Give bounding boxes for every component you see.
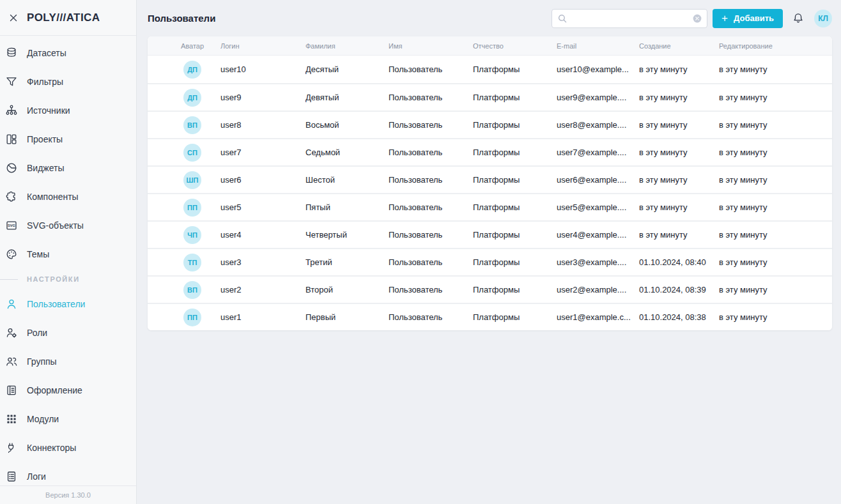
widgets-icon [5, 162, 18, 174]
sidebar-item-label: Виджеты [27, 163, 65, 173]
user-avatar[interactable]: КЛ [814, 10, 832, 27]
column-header-edited: Редактирование [719, 42, 832, 50]
sidebar-item-label: Группы [27, 356, 57, 367]
cell-surname: Девятый [305, 93, 389, 102]
search-box[interactable] [552, 9, 707, 28]
table-row[interactable]: ПП user5 Пятый Пользователь Платформы us… [148, 193, 832, 220]
sidebar-item-filters[interactable]: Фильтры [0, 67, 136, 96]
cell-surname: Первый [305, 312, 389, 322]
cell-email: user4@example.... [557, 230, 639, 240]
table-row[interactable]: ПП user1 Первый Пользователь Платформы u… [148, 303, 832, 330]
table-row[interactable]: ВП user2 Второй Пользователь Платформы u… [148, 275, 832, 303]
row-avatar: ВП [183, 281, 201, 299]
cell-patronymic: Платформы [473, 257, 557, 267]
roles-icon [5, 326, 18, 339]
sidebar-item-label: Датасеты [27, 48, 66, 58]
row-avatar: ТП [183, 254, 201, 271]
sidebar-item-users[interactable]: Пользователи [0, 289, 136, 318]
row-avatar: ПП [183, 309, 201, 326]
sources-icon [5, 104, 18, 117]
cell-name: Пользователь [389, 257, 473, 267]
column-header-email: E-mail [557, 42, 639, 50]
sidebar-item-label: SVG-объекты [27, 220, 84, 231]
table-body: ДП user10 Десятый Пользователь Платформы… [148, 56, 832, 330]
sidebar-item-label: Оформление [27, 385, 82, 395]
sidebar-item-label: Пользователи [27, 299, 85, 309]
sidebar-item-connectors[interactable]: Коннекторы [0, 433, 136, 462]
sidebar-item-roles[interactable]: Роли [0, 318, 136, 347]
cell-patronymic: Платформы [473, 65, 557, 74]
sidebar-item-label: Темы [27, 249, 49, 259]
cell-email: user6@example.... [557, 175, 639, 185]
users-table: Аватар Логин Фамилия Имя Отчество E-mail… [148, 36, 832, 330]
appearance-icon [5, 384, 18, 397]
sidebar-item-label: Источники [27, 105, 70, 116]
cell-email: user1@example.c... [557, 312, 639, 322]
cell-surname: Восьмой [305, 120, 389, 130]
notifications-bell-icon[interactable] [792, 12, 804, 24]
sidebar-item-label: Роли [27, 328, 47, 338]
sidebar-item-groups[interactable]: Группы [0, 347, 136, 376]
app-logo: POLY///ATICA [27, 11, 100, 24]
row-avatar: ЧП [183, 226, 201, 244]
add-user-button[interactable]: + Добавить [713, 9, 783, 28]
cell-patronymic: Платформы [473, 148, 557, 157]
sidebar-item-label: Проекты [27, 134, 63, 144]
table-row[interactable]: ЧП user4 Четвертый Пользователь Платформ… [148, 220, 832, 248]
svg-objects-icon: SVG [5, 219, 18, 232]
plus-icon: + [721, 13, 728, 24]
cell-email: user3@example.... [557, 257, 639, 267]
sidebar-item-widgets[interactable]: Виджеты [0, 153, 136, 182]
cell-surname: Шестой [305, 175, 389, 185]
cell-edited: в эту минуту [719, 148, 832, 157]
sidebar-item-themes[interactable]: Темы [0, 240, 136, 268]
sidebar-nav: Датасеты Фильтры Источники Проекты Видже… [0, 36, 136, 491]
sidebar-item-label: Фильтры [27, 77, 63, 87]
table-row[interactable]: СП user7 Седьмой Пользователь Платформы … [148, 138, 832, 165]
cell-email: user7@example.... [557, 148, 639, 157]
column-header-avatar: Аватар [148, 42, 220, 50]
row-avatar: ДП [183, 61, 201, 79]
cell-edited: в эту минуту [719, 175, 832, 185]
cell-patronymic: Платформы [473, 120, 557, 130]
table-row[interactable]: ДП user9 Девятый Пользователь Платформы … [148, 83, 832, 111]
table-row[interactable]: ШП user6 Шестой Пользователь Платформы u… [148, 165, 832, 193]
sidebar-item-modules[interactable]: Модули [0, 404, 136, 433]
column-header-login: Логин [220, 42, 305, 50]
components-icon [5, 190, 18, 203]
cell-created: в эту минуту [639, 65, 719, 74]
table-row[interactable]: ВП user8 Восьмой Пользователь Платформы … [148, 111, 832, 138]
sidebar-section-settings: НАСТРОЙКИ [0, 268, 136, 289]
cell-patronymic: Платформы [473, 312, 557, 322]
cell-surname: Третий [305, 257, 389, 267]
cell-login: user5 [220, 202, 305, 212]
modules-icon [5, 413, 18, 425]
sidebar-item-appearance[interactable]: Оформление [0, 376, 136, 404]
sidebar-item-datasets[interactable]: Датасеты [0, 38, 136, 67]
sidebar-item-svg-objects[interactable]: SVG SVG-объекты [0, 211, 136, 240]
search-input[interactable] [571, 13, 689, 24]
table-row[interactable]: ДП user10 Десятый Пользователь Платформы… [148, 56, 832, 83]
sidebar-item-components[interactable]: Компоненты [0, 182, 136, 211]
cell-email: user9@example.... [557, 93, 639, 102]
cell-created: в эту минуту [639, 93, 719, 102]
cell-name: Пользователь [389, 202, 473, 212]
cell-login: user10 [220, 65, 305, 74]
cell-edited: в эту минуту [719, 202, 832, 212]
sidebar-item-sources[interactable]: Источники [0, 96, 136, 125]
cell-created: в эту минуту [639, 175, 719, 185]
close-icon[interactable] [4, 8, 23, 27]
cell-created: в эту минуту [639, 148, 719, 157]
cell-created: 01.10.2024, 08:39 [639, 285, 719, 294]
table-row[interactable]: ТП user3 Третий Пользователь Платформы u… [148, 248, 832, 275]
search-clear-icon[interactable] [693, 14, 702, 23]
sidebar-header: POLY///ATICA [0, 0, 136, 36]
filter-icon [5, 75, 18, 88]
sidebar-item-projects[interactable]: Проекты [0, 125, 136, 153]
cell-name: Пользователь [389, 93, 473, 102]
cell-name: Пользователь [389, 65, 473, 74]
cell-patronymic: Платформы [473, 285, 557, 294]
cell-name: Пользователь [389, 312, 473, 322]
main-content: Пользователи + Добавить КЛ Аватар Логин [137, 0, 841, 504]
column-header-patronymic: Отчество [473, 42, 557, 50]
